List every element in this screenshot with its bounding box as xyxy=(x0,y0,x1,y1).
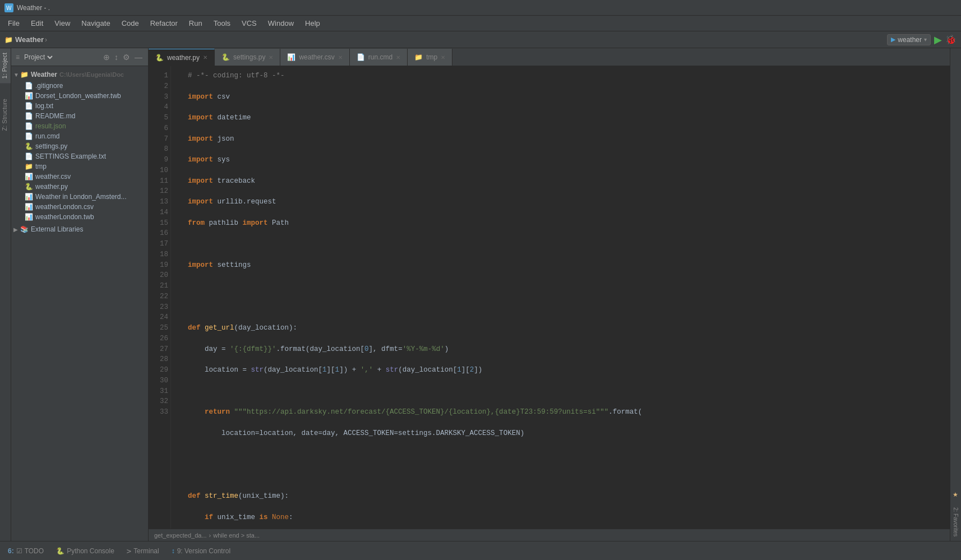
external-libraries[interactable]: ▶ 📚 External Libraries xyxy=(11,224,148,234)
tab-close-tmp[interactable]: ✕ xyxy=(441,54,445,61)
tab-label: tmp xyxy=(426,53,437,61)
breadcrumb-part1: get_expected_da... xyxy=(154,532,207,539)
tab-icon: 🐍 xyxy=(155,54,164,62)
bottom-tab-todo[interactable]: 6: ☑ TODO xyxy=(2,545,49,557)
project-panel: ≡ Project ⊕ ↕ ⚙ — ▼ 📁 Weather C:\Users\E… xyxy=(11,48,149,541)
title-text: Weather - . xyxy=(17,4,50,12)
menu-navigate[interactable]: Navigate xyxy=(76,17,115,30)
code-line-11 xyxy=(171,281,950,291)
file-weather-london-csv[interactable]: 📊 weatherLondon.csv xyxy=(11,202,148,212)
title-bar: W Weather - . xyxy=(0,0,961,16)
folder-icon: 📁 xyxy=(4,36,13,44)
right-tab-2-favorites[interactable]: 2: Favorites xyxy=(951,503,960,541)
line-numbers: 1 2 3 4 5 6 7 8 9 10 11 12 13 14 15 16 1… xyxy=(149,66,171,529)
file-weather-py[interactable]: 🐍 weather.py xyxy=(11,182,148,192)
file-log[interactable]: 📄 log.txt xyxy=(11,101,148,111)
tab-weather-csv[interactable]: 📊 weather.csv ✕ xyxy=(280,49,349,66)
file-name: result.json xyxy=(35,122,66,130)
todo-icon: ☑ xyxy=(16,547,22,555)
file-icon: 📄 xyxy=(25,122,33,130)
menu-view[interactable]: View xyxy=(49,17,76,30)
tab-close-weather-py[interactable]: ✕ xyxy=(203,54,207,61)
panel-gear-btn[interactable]: ⚙ xyxy=(122,52,131,63)
file-settings-py[interactable]: 🐍 settings.py xyxy=(11,141,148,151)
file-gitignore[interactable]: 📄 .gitignore xyxy=(11,81,148,91)
breadcrumb-chevron: › xyxy=(45,36,47,44)
breadcrumb-text: Weather xyxy=(15,35,44,44)
panel-toolbar: ⊕ ↕ ⚙ — xyxy=(102,52,144,63)
file-icon: 🐍 xyxy=(25,183,33,191)
code-line-13: def get_url(day_location): xyxy=(171,323,950,334)
code-line-8: from pathlib import Path xyxy=(171,218,950,229)
version-control-icon: ↕ xyxy=(172,547,175,555)
file-icon: 🐍 xyxy=(25,142,33,150)
sidebar-tab-project[interactable]: 1: Project xyxy=(0,48,11,83)
terminal-label: Terminal xyxy=(133,547,159,555)
file-name: log.txt xyxy=(35,102,53,110)
main-area: 1: Project Z: Structure ≡ Project ⊕ ↕ ⚙ … xyxy=(0,48,961,541)
tab-settings-py[interactable]: 🐍 settings.py ✕ xyxy=(215,49,280,66)
run-config: ▶ weather ▾ ▶ 🐞 xyxy=(887,34,957,46)
menu-code[interactable]: Code xyxy=(116,17,145,30)
right-tab-favorites[interactable]: ★ xyxy=(951,487,960,503)
code-editor[interactable]: 1 2 3 4 5 6 7 8 9 10 11 12 13 14 15 16 1… xyxy=(149,66,950,529)
file-tmp[interactable]: 📁 tmp xyxy=(11,161,148,172)
file-run-cmd[interactable]: 📄 run.cmd xyxy=(11,131,148,141)
project-dropdown-icon: ≡ xyxy=(16,53,20,61)
breadcrumb-part2: while end > sta... xyxy=(213,532,260,539)
bottom-tab-terminal[interactable]: > Terminal xyxy=(121,544,165,558)
file-weather-london-amst[interactable]: 📊 Weather in London_Amsterd... xyxy=(11,192,148,202)
debug-button[interactable]: 🐞 xyxy=(945,34,957,45)
run-config-select[interactable]: ▶ weather ▾ xyxy=(887,34,931,45)
menu-refactor[interactable]: Refactor xyxy=(145,17,183,30)
file-tree: ▼ 📁 Weather C:\Users\Eugenia\Doc 📄 .giti… xyxy=(11,66,148,541)
file-name: weather.csv xyxy=(35,173,71,181)
panel-sync-btn[interactable]: ⊕ xyxy=(102,52,111,63)
code-line-22: if unix_time is None: xyxy=(171,512,950,523)
tree-root-weather[interactable]: ▼ 📁 Weather C:\Users\Eugenia\Doc xyxy=(11,68,148,81)
tab-close-weather-csv[interactable]: ✕ xyxy=(338,54,343,61)
menu-tools[interactable]: Tools xyxy=(208,17,236,30)
file-name: README.md xyxy=(35,112,75,120)
tab-close-run-cmd[interactable]: ✕ xyxy=(396,54,400,61)
menu-vcs[interactable]: VCS xyxy=(236,17,262,30)
panel-collapse-btn[interactable]: — xyxy=(133,52,144,63)
code-content[interactable]: # -*- coding: utf-8 -*- import csv impor… xyxy=(171,66,950,529)
panel-sort-btn[interactable]: ↕ xyxy=(113,52,119,63)
file-readme[interactable]: 📄 README.md xyxy=(11,111,148,121)
project-view-select[interactable]: Project xyxy=(22,53,54,62)
file-result-json[interactable]: 📄 result.json xyxy=(11,121,148,131)
tab-weather-py[interactable]: 🐍 weather.py ✕ xyxy=(149,49,215,66)
file-icon: 📊 xyxy=(25,193,33,201)
project-panel-header: ≡ Project ⊕ ↕ ⚙ — xyxy=(11,48,148,66)
code-line-12 xyxy=(171,302,950,313)
file-weather-london-twb[interactable]: 📊 weatherLondon.twb xyxy=(11,212,148,222)
todo-label: TODO xyxy=(25,547,44,555)
ext-lib-icon: 📚 xyxy=(20,225,29,233)
file-settings-example[interactable]: 📄 SETTINGS Example.txt xyxy=(11,151,148,161)
tab-close-settings-py[interactable]: ✕ xyxy=(269,54,273,61)
file-weather-csv[interactable]: 📊 weather.csv xyxy=(11,172,148,182)
menu-run[interactable]: Run xyxy=(183,17,208,30)
menu-bar: File Edit View Navigate Code Refactor Ru… xyxy=(0,16,961,31)
code-line-17: return """https://api.darksky.net/foreca… xyxy=(171,407,950,418)
menu-window[interactable]: Window xyxy=(262,17,299,30)
bottom-tab-version-control[interactable]: ↕ 9: Version Control xyxy=(166,545,236,557)
tab-label: run.cmd xyxy=(368,53,392,61)
run-config-chevron: ▾ xyxy=(924,36,927,43)
tab-tmp[interactable]: 📁 tmp ✕ xyxy=(408,49,452,66)
code-line-15: location = str(day_location[1][1]) + ','… xyxy=(171,365,950,376)
file-icon: 📊 xyxy=(25,173,33,181)
run-config-icon: ▶ xyxy=(891,36,895,43)
bottom-tab-python-console[interactable]: 🐍 Python Console xyxy=(50,545,120,557)
code-line-10: import settings xyxy=(171,260,950,271)
sidebar-tab-structure[interactable]: Z: Structure xyxy=(0,94,11,135)
menu-file[interactable]: File xyxy=(2,17,25,30)
menu-edit[interactable]: Edit xyxy=(25,17,49,30)
code-line-1: # -*- coding: utf-8 -*- xyxy=(171,71,950,81)
tab-run-cmd[interactable]: 📄 run.cmd ✕ xyxy=(350,49,408,66)
run-button[interactable]: ▶ xyxy=(934,34,942,46)
file-dorset-twb[interactable]: 📊 Dorset_London_weather.twb xyxy=(11,91,148,101)
menu-help[interactable]: Help xyxy=(299,17,326,30)
code-line-20 xyxy=(171,470,950,481)
